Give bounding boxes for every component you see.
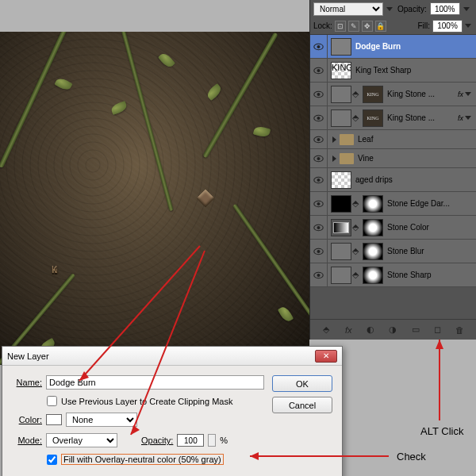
layers-panel: Normal Opacity: Lock: ⊡ ✎ ✥ 🔒 Fill: Dodg… [309, 0, 476, 340]
link-icon[interactable]: ⬘ [351, 246, 359, 256]
folder-icon [340, 153, 354, 164]
visibility-icon[interactable] [310, 106, 328, 130]
layer-row[interactable]: ⬘Stone Blur [310, 240, 476, 263]
mask-thumb: KING [363, 86, 383, 103]
cancel-button[interactable]: Cancel [272, 397, 332, 413]
layer-row[interactable]: ⬘Stone Sharp [310, 263, 476, 287]
layer-style-icon[interactable]: fx [341, 325, 355, 335]
layer-name: Leaf [358, 135, 473, 144]
visibility-icon[interactable] [310, 263, 328, 287]
layer-thumb [331, 86, 351, 103]
layer-thumb [331, 195, 351, 213]
layer-row[interactable]: KINGKing Text Sharp [310, 59, 476, 83]
mask-thumb: KING [363, 109, 383, 127]
link-icon[interactable]: ⬘ [351, 222, 359, 232]
link-icon[interactable]: ⬘ [351, 198, 359, 209]
mask-thumb [363, 195, 383, 213]
layer-name: Vine [358, 154, 473, 163]
close-icon[interactable]: ✕ [315, 350, 337, 363]
adjustment-layer-icon[interactable]: ◑ [386, 324, 400, 335]
lock-all-icon[interactable]: 🔒 [375, 21, 386, 32]
layer-name: aged drips [355, 175, 473, 184]
layer-name: King Text Sharp [355, 66, 473, 75]
check-annotation: Check [397, 451, 426, 463]
layer-name: Stone Blur [387, 247, 473, 255]
dialog-title: New Layer [7, 351, 49, 361]
visibility-icon[interactable] [310, 216, 328, 240]
ok-button[interactable]: OK [272, 375, 332, 392]
layer-name: King Stone ... [387, 113, 458, 122]
king-text: Kin [52, 206, 54, 290]
layer-row[interactable]: Vine [310, 149, 476, 168]
folder-icon [340, 134, 354, 145]
layer-row[interactable]: ⬘KINGKing Stone ...fx [310, 83, 476, 106]
visibility-icon[interactable] [310, 35, 328, 59]
layer-mask-icon[interactable]: ◐ [363, 324, 378, 335]
layer-name: Stone Color [387, 223, 473, 232]
mode-select[interactable]: Overlay [46, 433, 117, 447]
color-swatch [46, 414, 62, 425]
svg-point-9 [317, 137, 320, 140]
layer-name: Stone Edge Dar... [387, 199, 473, 208]
layer-thumb [331, 171, 351, 189]
visibility-icon[interactable] [310, 83, 328, 106]
link-layers-icon[interactable]: ⬘ [319, 324, 333, 335]
layer-thumb: KING [331, 62, 351, 79]
layer-row[interactable]: aged drips [310, 168, 476, 192]
visibility-icon[interactable] [310, 192, 328, 216]
layer-thumb [331, 109, 351, 127]
delete-layer-icon[interactable]: 🗑 [453, 325, 467, 335]
svg-point-21 [317, 273, 320, 276]
mask-thumb [363, 219, 383, 236]
layer-thumb [331, 38, 351, 56]
layer-name-input[interactable] [46, 375, 264, 390]
expand-icon[interactable] [332, 155, 336, 162]
layer-row[interactable]: Leaf [310, 130, 476, 149]
layer-row[interactable]: ⬘KINGKing Stone ...fx [310, 106, 476, 130]
opacity-slider-icon[interactable] [208, 434, 216, 447]
svg-point-15 [317, 202, 320, 205]
svg-point-13 [317, 178, 320, 181]
fill-input[interactable] [432, 20, 463, 33]
svg-point-3 [317, 68, 320, 71]
layer-name: Stone Sharp [387, 271, 473, 279]
svg-point-17 [317, 225, 320, 228]
fx-badge[interactable]: fx [458, 114, 463, 122]
layer-group-icon[interactable]: ▭ [409, 324, 423, 335]
expand-icon[interactable] [332, 136, 336, 143]
layer-name: Dodge Burn [355, 42, 473, 51]
dlg-opacity-label: Opacity: [141, 436, 173, 445]
visibility-icon[interactable] [310, 147, 328, 171]
new-layer-icon[interactable]: ◻ [431, 324, 445, 335]
layer-row[interactable]: ⬘Stone Edge Dar... [310, 192, 476, 216]
lock-label: Lock: [313, 21, 332, 30]
visibility-icon[interactable] [310, 59, 328, 83]
visibility-icon[interactable] [310, 168, 328, 192]
new-layer-dialog: New Layer ✕ Name: Use Previous Layer to … [2, 346, 343, 476]
svg-point-19 [317, 249, 320, 252]
clipping-mask-checkbox[interactable] [47, 396, 57, 406]
svg-point-7 [317, 116, 320, 119]
dlg-opacity-input[interactable] [177, 434, 204, 447]
svg-point-5 [317, 92, 320, 95]
color-label: Color: [10, 415, 42, 424]
layer-row[interactable]: ⬘Stone Color [310, 216, 476, 240]
document-canvas: Kin [0, 32, 309, 365]
lock-position-icon[interactable]: ✥ [362, 21, 373, 32]
fill-neutral-checkbox[interactable] [47, 455, 57, 465]
opacity-label: Opacity: [397, 5, 427, 13]
fill-label: Fill: [417, 21, 430, 30]
layer-row[interactable]: Dodge Burn [310, 35, 476, 59]
lock-transparent-icon[interactable]: ⊡ [335, 21, 346, 32]
layer-thumb [331, 267, 351, 284]
fx-badge[interactable]: fx [458, 90, 463, 98]
layer-thumb [331, 219, 351, 236]
opacity-input[interactable] [430, 2, 460, 15]
link-icon[interactable]: ⬘ [351, 270, 359, 280]
lock-pixels-icon[interactable]: ✎ [348, 21, 359, 32]
alt-click-annotation: ALT Click [420, 425, 463, 437]
color-select[interactable]: None [66, 413, 137, 427]
blend-mode-select[interactable]: Normal [313, 2, 383, 16]
mask-thumb [363, 267, 383, 284]
visibility-icon[interactable] [310, 240, 328, 263]
